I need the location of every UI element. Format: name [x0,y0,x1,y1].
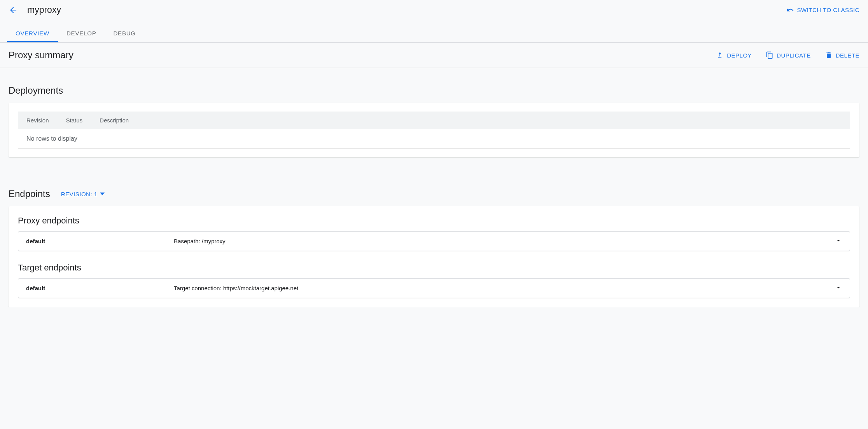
proxy-endpoint-row[interactable]: default Basepath: /myproxy [18,231,850,251]
col-description: Description [100,117,129,124]
deploy-label: DEPLOY [727,52,752,59]
proxy-endpoints-title: Proxy endpoints [18,216,850,226]
back-button[interactable] [9,5,18,15]
endpoints-title: Endpoints [9,188,50,199]
switch-to-classic-label: SWITCH TO CLASSIC [797,7,859,13]
page-header: myproxy SWITCH TO CLASSIC [0,0,868,15]
target-endpoints-title: Target endpoints [18,263,850,273]
delete-button[interactable]: DELETE [825,51,859,59]
revision-dropdown[interactable]: REVISION: 1 [61,191,105,197]
expand-chevron [835,237,842,245]
tab-debug[interactable]: DEBUG [105,25,144,42]
target-endpoint-row[interactable]: default Target connection: https://mockt… [18,278,850,298]
chevron-down-icon [835,284,842,291]
deployments-card: Revision Status Description No rows to d… [9,103,859,157]
delete-label: DELETE [836,52,859,59]
tab-develop[interactable]: DEVELOP [58,25,105,42]
caret-down-icon [100,192,105,196]
tab-bar: OVERVIEW DEVELOP DEBUG [0,25,868,43]
summary-actions: DEPLOY DUPLICATE DELETE [716,51,859,59]
page-title: myproxy [27,5,61,15]
svg-point-0 [719,52,721,54]
chevron-down-icon [835,237,842,244]
proxy-endpoint-detail: Basepath: /myproxy [174,238,835,244]
deploy-icon [716,51,724,59]
deploy-button[interactable]: DEPLOY [716,51,752,59]
target-endpoint-name: default [26,285,174,291]
copy-icon [766,51,774,59]
expand-chevron [835,284,842,292]
revision-label: REVISION: 1 [61,191,98,197]
tab-overview[interactable]: OVERVIEW [7,25,58,42]
col-status: Status [66,117,83,124]
undo-icon [786,6,794,14]
deployments-empty-row: No rows to display [18,129,850,149]
trash-icon [825,51,833,59]
endpoints-card: Proxy endpoints default Basepath: /mypro… [9,206,859,307]
arrow-left-icon [9,5,18,15]
deployments-title: Deployments [9,85,859,96]
proxy-endpoint-name: default [26,238,174,244]
duplicate-label: DUPLICATE [777,52,811,59]
header-left: myproxy [9,5,61,15]
endpoints-header-row: Endpoints REVISION: 1 [9,188,859,199]
endpoints-section: Endpoints REVISION: 1 Proxy endpoints de… [0,188,868,307]
col-revision: Revision [26,117,49,124]
summary-title: Proxy summary [9,50,74,61]
deployments-table-header: Revision Status Description [18,112,850,129]
duplicate-button[interactable]: DUPLICATE [766,51,811,59]
deployments-section: Deployments Revision Status Description … [0,85,868,157]
target-endpoint-detail: Target connection: https://mocktarget.ap… [174,285,835,291]
switch-to-classic-button[interactable]: SWITCH TO CLASSIC [786,6,859,14]
summary-bar: Proxy summary DEPLOY DUPLICATE DELETE [0,43,868,68]
